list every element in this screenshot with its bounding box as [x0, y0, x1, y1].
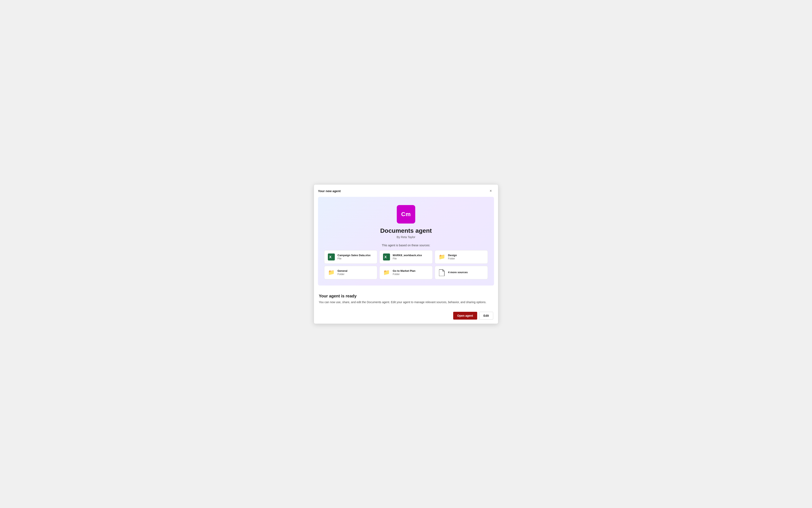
folder-icon-gotomarket: 📁: [383, 269, 390, 276]
open-agent-button[interactable]: Open agent: [453, 312, 477, 320]
sources-label: This agent is based on these sources:: [382, 244, 430, 247]
source-name-general: General: [337, 269, 347, 273]
doc-icon-more: [438, 269, 446, 276]
excel-icon-campaign: X: [328, 253, 335, 261]
source-info-general: General Folder: [337, 269, 347, 276]
edit-button[interactable]: Edit: [479, 312, 493, 320]
dialog-header: Your new agent ×: [314, 184, 498, 197]
source-type-general: Folder: [337, 273, 347, 276]
source-info-mark8: MARK8_workback.xlsx File: [393, 254, 422, 260]
source-name-mark8: MARK8_workback.xlsx: [393, 254, 422, 257]
source-card-general[interactable]: 📁 General Folder: [324, 266, 377, 279]
svg-text:X: X: [329, 255, 331, 259]
source-name-campaign: Campaign Sales Data.xlsx: [337, 254, 370, 257]
source-card-gotomarket[interactable]: 📁 Go to Market Plan Folder: [379, 266, 433, 279]
dialog-footer: Open agent Edit: [314, 308, 498, 324]
dialog-title: Your new agent: [318, 189, 341, 193]
source-card-more[interactable]: 4 more sources: [435, 266, 488, 279]
source-card-mark8[interactable]: X MARK8_workback.xlsx File: [379, 250, 433, 264]
source-type-mark8: File: [393, 257, 422, 260]
source-card-design[interactable]: 📁 Design Folder: [435, 250, 488, 264]
source-card-campaign[interactable]: X Campaign Sales Data.xlsx File: [324, 250, 377, 264]
new-agent-dialog: Your new agent × Cm Documents agent By R…: [314, 184, 498, 324]
source-info-gotomarket: Go to Market Plan Folder: [393, 269, 415, 276]
agent-name: Documents agent: [380, 227, 432, 234]
source-type-design: Folder: [448, 257, 457, 260]
folder-icon-general: 📁: [328, 269, 335, 276]
hero-section: Cm Documents agent By Reta Taylor This a…: [318, 197, 494, 286]
ready-title: Your agent is ready: [319, 294, 493, 298]
svg-text:X: X: [385, 255, 387, 259]
agent-author: By Reta Taylor: [397, 236, 415, 239]
source-info-more: 4 more sources: [448, 271, 468, 274]
close-button[interactable]: ×: [488, 188, 494, 195]
excel-icon-mark8: X: [383, 253, 390, 261]
ready-section: Your agent is ready You can now use, sha…: [314, 290, 498, 308]
source-type-gotomarket: Folder: [393, 273, 415, 276]
sources-grid: X Campaign Sales Data.xlsx File X MA: [324, 250, 488, 279]
ready-description: You can now use, share, and edit the Doc…: [319, 300, 493, 304]
source-name-design: Design: [448, 254, 457, 257]
source-info-campaign: Campaign Sales Data.xlsx File: [337, 254, 370, 260]
source-name-gotomarket: Go to Market Plan: [393, 269, 415, 273]
source-name-more: 4 more sources: [448, 271, 468, 274]
agent-icon: Cm: [397, 205, 415, 223]
source-info-design: Design Folder: [448, 254, 457, 260]
source-type-campaign: File: [337, 257, 370, 260]
folder-icon-design: 📁: [438, 253, 446, 261]
agent-icon-text: Cm: [401, 211, 411, 218]
